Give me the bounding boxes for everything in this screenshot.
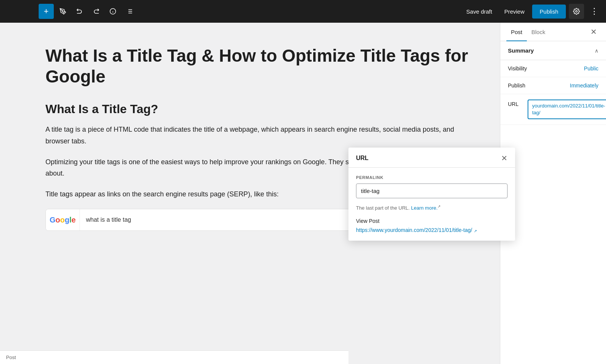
toolbar: + Save draft Preview — [0, 0, 606, 23]
publish-button[interactable]: Publish — [532, 5, 566, 19]
learn-more-link[interactable]: Learn more. — [411, 205, 437, 211]
full-url-text: https://www.yourdomain.com/2022/11/01/ti… — [356, 227, 472, 233]
editor-status-bar: Post — [0, 350, 348, 364]
url-popup-header: URL ✕ — [348, 148, 515, 168]
publish-value[interactable]: Immediately — [570, 82, 598, 89]
external-link-icon-2: ↗ — [474, 229, 477, 233]
publish-row: Publish Immediately — [500, 77, 606, 94]
tools-button[interactable] — [55, 4, 70, 19]
url-row: URL yourdomain.com/2022/11/01/title-tag/ — [500, 94, 606, 125]
url-popup-title: URL — [356, 155, 369, 162]
url-popup-close-button[interactable]: ✕ — [501, 154, 508, 163]
url-label: URL — [508, 101, 523, 107]
url-popup: URL ✕ PERMALINK The last part of the URL… — [348, 148, 515, 241]
editor-post-label: Post — [6, 355, 16, 360]
google-logo: Google — [46, 209, 80, 231]
url-value-box[interactable]: yourdomain.com/2022/11/01/title-tag/ — [528, 100, 606, 119]
summary-title: Summary — [508, 47, 534, 54]
undo-button[interactable] — [72, 4, 87, 19]
body-para-1: A title tag is a piece of HTML code that… — [45, 124, 470, 147]
tab-block[interactable]: Block — [527, 23, 550, 41]
list-view-button[interactable] — [122, 4, 137, 19]
details-button[interactable] — [105, 4, 120, 19]
section-heading-1: What Is a Title Tag? — [45, 102, 470, 116]
visibility-label: Visibility — [508, 65, 584, 72]
summary-section: Summary ∧ Visibility Public Publish Imme… — [500, 41, 606, 125]
publish-label: Publish — [508, 82, 570, 89]
save-draft-button[interactable]: Save draft — [462, 5, 497, 18]
sidebar-close-button[interactable]: ✕ — [587, 24, 600, 39]
main-content: What Is a Title Tag & How to Optimize Ti… — [0, 23, 606, 364]
external-link-icon: ↗ — [437, 204, 440, 208]
more-options-button[interactable]: ⋮ — [587, 5, 601, 18]
summary-header: Summary ∧ — [500, 41, 606, 60]
url-popup-body: PERMALINK The last part of the URL. Lear… — [348, 168, 515, 241]
visibility-value[interactable]: Public — [584, 65, 598, 72]
full-url-link[interactable]: https://www.yourdomain.com/2022/11/01/ti… — [356, 227, 508, 233]
url-hint: The last part of the URL. Learn more.↗ — [356, 204, 508, 212]
sidebar-tabs: Post Block ✕ — [500, 23, 606, 41]
summary-chevron-icon[interactable]: ∧ — [595, 48, 598, 54]
visibility-row: Visibility Public — [500, 60, 606, 77]
view-post-label: View Post — [356, 218, 508, 224]
tab-post[interactable]: Post — [506, 23, 527, 41]
toolbar-left: + — [39, 4, 137, 19]
svg-point-0 — [62, 11, 63, 12]
redo-button[interactable] — [89, 4, 104, 19]
add-block-button[interactable]: + — [39, 4, 54, 19]
toolbar-right: Save draft Preview Publish ⋮ — [462, 4, 601, 19]
svg-point-10 — [576, 11, 578, 12]
permalink-input[interactable] — [356, 184, 508, 198]
permalink-label: PERMALINK — [356, 175, 508, 180]
post-title: What Is a Title Tag & How to Optimize Ti… — [45, 45, 470, 87]
settings-button[interactable] — [569, 4, 584, 19]
wp-logo-area — [0, 0, 34, 23]
preview-button[interactable]: Preview — [500, 5, 529, 18]
sidebar-panel: Post Block ✕ Summary ∧ Visibility Public… — [500, 23, 606, 364]
